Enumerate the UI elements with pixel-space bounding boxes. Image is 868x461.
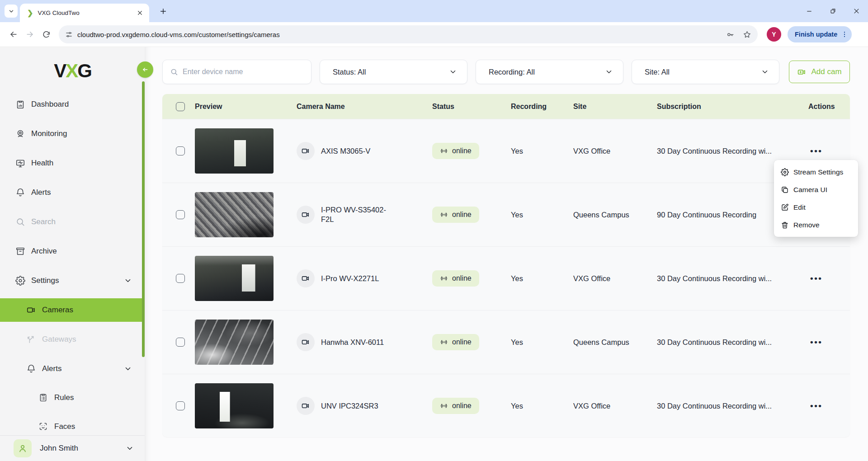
broadcast-icon: [440, 402, 448, 410]
row-actions-context-menu: Stream Settings Camera UI Edit Remove: [774, 160, 858, 237]
camera-thumbnail[interactable]: [195, 256, 274, 301]
sidebar: VXG Dashboard Monitoring Health: [0, 47, 145, 461]
user-name: John Smith: [40, 444, 78, 453]
site-filter-dropdown[interactable]: Site: All: [632, 60, 779, 84]
status-text: online: [452, 211, 472, 219]
search-icon: [170, 68, 178, 76]
row-checkbox[interactable]: [176, 274, 185, 283]
window-close-button[interactable]: [844, 0, 868, 22]
sidebar-item-search[interactable]: Search: [0, 207, 145, 236]
menu-item-edit[interactable]: Edit: [774, 198, 858, 216]
menu-item-camera-ui[interactable]: Camera UI: [774, 181, 858, 198]
sidebar-collapse-button[interactable]: [137, 61, 153, 78]
sidebar-item-gateways[interactable]: Gateways: [0, 325, 145, 354]
bookmark-star-icon[interactable]: [743, 30, 751, 39]
browser-toolbar: cloudtwo-prod.vxgdemo.cloud-vms.com/cust…: [0, 22, 868, 47]
menu-item-stream-settings[interactable]: Stream Settings: [774, 163, 858, 181]
browser-tab[interactable]: ❯ VXG CloudTwo: [20, 4, 149, 22]
user-avatar: [14, 439, 32, 457]
forward-button[interactable]: [22, 26, 38, 42]
camera-icon: [297, 269, 315, 287]
site-value: VXG Office: [573, 274, 610, 282]
row-checkbox[interactable]: [176, 401, 185, 410]
camera-icon: [297, 397, 315, 415]
site-settings-icon[interactable]: [65, 31, 73, 38]
reload-button[interactable]: [38, 26, 54, 42]
status-badge: online: [432, 270, 479, 287]
row-checkbox[interactable]: [176, 146, 185, 155]
back-button[interactable]: [5, 26, 22, 42]
row-actions-button[interactable]: •••: [808, 401, 822, 410]
new-tab-button[interactable]: [157, 5, 169, 17]
sidebar-item-rules[interactable]: Rules: [0, 383, 145, 412]
sidebar-nav: Dashboard Monitoring Health Alerts: [0, 89, 145, 441]
sidebar-item-monitoring[interactable]: Monitoring: [0, 119, 145, 148]
camera-thumbnail[interactable]: [195, 383, 274, 428]
camera-thumbnail[interactable]: [195, 192, 274, 237]
sidebar-item-label: Search: [31, 217, 56, 226]
health-monitor-icon: [15, 158, 25, 168]
sidebar-item-label: Dashboard: [31, 100, 69, 109]
sidebar-item-archive[interactable]: Archive: [0, 236, 145, 266]
gateway-split-icon: [26, 334, 36, 344]
table-row: Hanwha XNV-6011 online Yes Queens Campus…: [162, 310, 850, 374]
subscription-value: 30 Day Continuous Recording wi...: [657, 274, 808, 283]
window-restore-button[interactable]: [821, 0, 844, 22]
screen: ❯ VXG CloudTwo: [0, 0, 868, 461]
select-all-checkbox[interactable]: [176, 102, 185, 111]
row-checkbox[interactable]: [176, 338, 185, 347]
logo-x: X: [66, 60, 77, 82]
column-header-subscription: Subscription: [657, 103, 808, 111]
sidebar-item-dashboard[interactable]: Dashboard: [0, 89, 145, 119]
status-text: online: [452, 147, 472, 155]
status-badge: online: [432, 398, 479, 414]
gear-icon: [781, 168, 789, 176]
window-minimize-button[interactable]: [797, 0, 821, 22]
row-actions-button[interactable]: •••: [808, 146, 822, 155]
cameras-table: Preview Camera Name Status Recording Sit…: [162, 94, 850, 437]
tab-close-icon[interactable]: [136, 9, 144, 17]
add-camera-label: Add cam: [811, 67, 841, 76]
menu-item-label: Camera UI: [793, 186, 827, 194]
user-menu[interactable]: John Smith: [0, 435, 145, 461]
tab-search-button[interactable]: [5, 5, 18, 18]
bell-icon: [26, 364, 36, 374]
archive-icon: [15, 246, 25, 256]
sidebar-item-alerts[interactable]: Alerts: [0, 178, 145, 207]
add-camera-button[interactable]: Add cam: [789, 61, 850, 83]
row-checkbox[interactable]: [176, 210, 185, 219]
menu-item-remove[interactable]: Remove: [774, 216, 858, 234]
address-bar[interactable]: cloudtwo-prod.vxgdemo.cloud-vms.com/cust…: [59, 25, 758, 43]
column-header-recording: Recording: [511, 103, 573, 111]
sidebar-item-label: Cameras: [42, 306, 73, 315]
finish-update-button[interactable]: Finish update: [788, 26, 852, 42]
device-search-field[interactable]: [162, 60, 311, 84]
row-actions-button[interactable]: •••: [808, 273, 822, 283]
sidebar-item-cameras[interactable]: Cameras: [0, 298, 145, 322]
url-text[interactable]: cloudtwo-prod.vxgdemo.cloud-vms.com/cust…: [77, 31, 718, 38]
camera-icon: [297, 142, 315, 160]
table-header-row: Preview Camera Name Status Recording Sit…: [162, 94, 850, 119]
main-content: Status: All Recording: All Site: All: [145, 47, 868, 461]
camera-thumbnail[interactable]: [195, 320, 274, 365]
status-filter-dropdown[interactable]: Status: All: [320, 60, 467, 84]
sidebar-item-health[interactable]: Health: [0, 148, 145, 178]
status-badge: online: [432, 143, 479, 159]
recording-filter-dropdown[interactable]: Recording: All: [476, 60, 623, 84]
chevron-down-icon: [8, 8, 14, 14]
column-header-status: Status: [432, 103, 511, 111]
sidebar-item-settings[interactable]: Settings: [0, 266, 145, 295]
sidebar-scrollbar[interactable]: [142, 81, 145, 357]
sidebar-item-alerts-sub[interactable]: Alerts: [0, 354, 145, 383]
vxg-favicon-icon: ❯: [27, 9, 33, 17]
column-header-site: Site: [573, 103, 657, 111]
column-header-actions: Actions: [808, 103, 850, 111]
camera-thumbnail[interactable]: [195, 128, 274, 174]
password-key-icon[interactable]: [726, 30, 735, 39]
device-search-input[interactable]: [183, 68, 304, 76]
browser-menu-kebab-icon[interactable]: [841, 31, 848, 38]
chevron-down-icon: [124, 277, 132, 285]
profile-avatar[interactable]: Y: [767, 27, 781, 42]
row-actions-button[interactable]: •••: [808, 337, 822, 347]
menu-item-label: Remove: [793, 221, 820, 229]
